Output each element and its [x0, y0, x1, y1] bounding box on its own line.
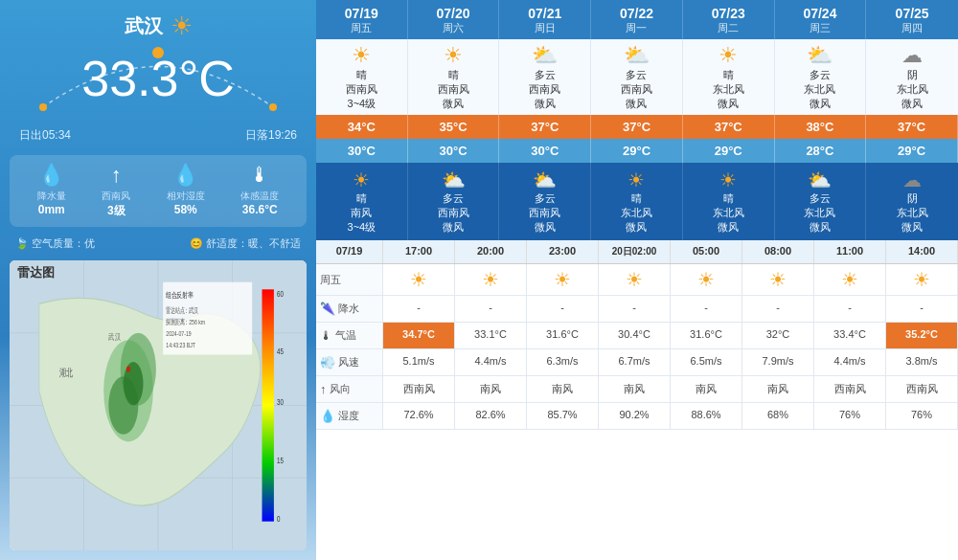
hourly-time-4: 05:00 — [671, 240, 742, 263]
high-temp-1: 35°C — [408, 115, 500, 139]
windspeed-5: 7.9m/s — [742, 349, 814, 376]
high-temp-5: 38°C — [775, 115, 867, 139]
high-temp-row: 34°C 35°C 37°C 37°C 37°C 38°C 37°C — [316, 115, 958, 139]
night-level-0: 3~4级 — [318, 220, 405, 235]
day-desc-2: 多云 — [501, 68, 588, 82]
night-2: ⛅ 多云 西南风 微风 — [499, 163, 591, 240]
hourly-humidity-row: 💧 湿度 72.6% 82.6% 85.7% 90.2% 88.6% 68% 7… — [316, 403, 958, 430]
svg-point-16 — [126, 367, 130, 372]
day-weather-0: ☀ 晴 西南风 3~4级 — [316, 39, 408, 115]
radar-section: 雷达图 湖北 武汉 — [10, 260, 307, 550]
forecast-col-0725: 07/25 周四 — [866, 0, 958, 39]
day-wind-6: 东北风 — [868, 82, 956, 97]
hourly-icon-2: ☀ — [527, 264, 599, 296]
night-4: ☀ 晴 东北风 微风 — [683, 163, 775, 240]
night-level-2: 微风 — [501, 220, 588, 235]
air-quality-label: 🍃 空气质量：优 — [15, 236, 95, 251]
forecast-col-0723: 07/23 周二 — [683, 0, 775, 39]
forecast-header: 07/19 周五 07/20 周六 07/21 周日 07/22 周一 07/2… — [316, 0, 958, 39]
precip-6: - — [814, 296, 886, 323]
comfort-label: 😊 舒适度：暖、不舒适 — [190, 236, 301, 251]
svg-point-0 — [39, 103, 47, 111]
svg-text:45: 45 — [277, 347, 284, 357]
svg-text:探测距离：256 km: 探测距离：256 km — [166, 318, 205, 325]
day-level-5: 微风 — [777, 97, 864, 111]
windspeed-6: 4.4m/s — [814, 349, 886, 376]
hourly-section: 07/19 17:00 20:00 23:00 20日02:00 05:00 0… — [316, 240, 958, 560]
radar-title: 雷达图 — [17, 264, 55, 281]
day-icon-4: ☀ — [685, 43, 772, 68]
city-row: 武汉 ☀ — [0, 0, 316, 45]
svg-text:14:43:23 BJT: 14:43:23 BJT — [166, 341, 195, 348]
day-weather-4: ☀ 晴 东北风 微风 — [683, 39, 775, 115]
day-weather-5: ⛅ 多云 东北风 微风 — [775, 39, 867, 115]
svg-point-2 — [152, 47, 164, 58]
windspeed-1: 4.4m/s — [455, 349, 527, 376]
hourly-time-7: 14:00 — [886, 240, 958, 263]
high-temp-3: 37°C — [591, 115, 683, 139]
city-name: 武汉 — [125, 13, 163, 39]
precip-7: - — [886, 296, 958, 323]
day-level-6: 微风 — [868, 97, 956, 111]
night-icon-2: ⛅ — [501, 168, 588, 191]
night-0: ☀ 晴 南风 3~4级 — [316, 163, 408, 240]
low-temp-2: 30°C — [499, 139, 591, 163]
forecast-col-0720: 07/20 周六 — [408, 0, 500, 39]
precip-3: - — [599, 296, 671, 323]
day-wind-5: 东北风 — [777, 82, 864, 97]
winddir-label: ↑ 风向 — [316, 376, 383, 403]
low-temp-6: 29°C — [866, 139, 958, 163]
sunset-label: 日落19:26 — [245, 127, 297, 144]
precip-label: 🌂 降水 — [316, 296, 383, 323]
humidity-2: 85.7% — [527, 403, 599, 430]
right-panel: 07/19 周五 07/20 周六 07/21 周日 07/22 周一 07/2… — [316, 0, 958, 560]
night-6: ☁ 阴 东北风 微风 — [866, 163, 958, 240]
hourly-date-label: 07/19 — [316, 240, 383, 263]
night-1: ⛅ 多云 西南风 微风 — [408, 163, 500, 240]
forecast-col-0724: 07/24 周三 — [775, 0, 867, 39]
day-desc-0: 晴 — [318, 68, 405, 82]
day-desc-1: 晴 — [410, 68, 497, 82]
high-temp-0: 34°C — [316, 115, 408, 139]
humidity-row-text: 湿度 — [338, 409, 359, 423]
winddir-icon: ↑ — [320, 382, 327, 396]
precip-1: - — [455, 296, 527, 323]
precip-icon: 🌂 — [320, 302, 335, 316]
low-temp-4: 29°C — [683, 139, 775, 163]
hourly-time-3: 20日02:00 — [599, 240, 671, 263]
hourly-icon-0: ☀ — [383, 264, 455, 296]
svg-text:2024-07-19: 2024-07-19 — [166, 329, 192, 337]
temp-5: 32°C — [742, 323, 814, 349]
night-wind-4: 东北风 — [685, 206, 772, 220]
feels-like-icon: 🌡 — [249, 163, 270, 188]
night-desc-4: 晴 — [685, 191, 772, 206]
humidity-0: 72.6% — [383, 403, 455, 430]
low-temp-1: 30°C — [408, 139, 500, 163]
low-temp-0: 30°C — [316, 139, 408, 163]
night-wind-5: 东北风 — [777, 206, 864, 220]
svg-text:60: 60 — [277, 289, 284, 300]
day-weather-1: ☀ 晴 西南风 微风 — [408, 39, 500, 115]
hourly-icon-4: ☀ — [671, 264, 742, 296]
hourly-icons-row: 周五 ☀ ☀ ☀ ☀ ☀ ☀ ☀ ☀ — [316, 264, 958, 296]
night-level-5: 微风 — [777, 220, 864, 235]
night-forecast: ☀ 晴 南风 3~4级 ⛅ 多云 西南风 微风 ⛅ 多云 西南风 微风 ☀ 晴 … — [316, 163, 958, 240]
humidity-value: 58% — [174, 203, 197, 216]
humidity-row-icon: 💧 — [320, 409, 335, 423]
hourly-day-text: 周五 — [320, 273, 341, 287]
detail-precipitation: 💧 降水量 0mm — [37, 163, 66, 219]
temp-1: 33.1°C — [455, 323, 527, 349]
temp-4: 31.6°C — [671, 323, 742, 349]
hourly-date-row: 07/19 17:00 20:00 23:00 20日02:00 05:00 0… — [316, 240, 958, 264]
night-icon-0: ☀ — [318, 168, 405, 191]
temp-3: 30.4°C — [599, 323, 671, 349]
humidity-row-label: 💧 湿度 — [316, 403, 383, 430]
hourly-windspeed-row: 💨 风速 5.1m/s 4.4m/s 6.3m/s 6.7m/s 6.5m/s … — [316, 349, 958, 376]
temp-text: 气温 — [335, 328, 356, 343]
hourly-temp-row: 🌡 气温 34.7°C 33.1°C 31.6°C 30.4°C 31.6°C … — [316, 323, 958, 349]
low-temp-3: 29°C — [591, 139, 683, 163]
temp-icon: 🌡 — [320, 328, 332, 343]
svg-text:15: 15 — [277, 456, 284, 466]
night-icon-3: ☀ — [593, 168, 680, 191]
forecast-col-0722: 07/22 周一 — [591, 0, 683, 39]
